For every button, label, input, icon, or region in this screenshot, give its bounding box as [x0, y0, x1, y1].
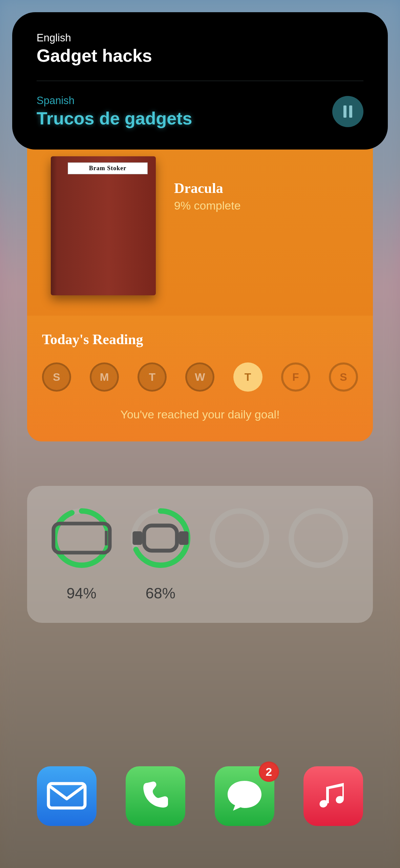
battery-item-watch: 68%: [121, 506, 200, 602]
book-author-label: Bram Stoker: [68, 162, 148, 174]
empty-icon: [287, 506, 350, 570]
phone-icon: [137, 777, 174, 815]
svg-rect-15: [48, 784, 85, 808]
reading-days-row: SMTWTFS: [42, 362, 358, 392]
battery-item-empty: [279, 506, 358, 602]
battery-percent: 94%: [67, 585, 97, 602]
book-progress: 9% complete: [174, 199, 241, 212]
svg-rect-0: [343, 105, 346, 118]
battery-percent: 68%: [146, 585, 175, 602]
svg-rect-1: [349, 105, 352, 118]
svg-rect-4: [53, 524, 110, 553]
translate-target-lang: Spanish: [37, 95, 192, 107]
todays-reading-title: Today's Reading: [42, 331, 358, 348]
reading-day-2: T: [138, 362, 167, 392]
translate-source-lang: English: [37, 32, 363, 44]
watch-icon: [129, 506, 192, 570]
pause-icon: [343, 105, 353, 118]
reading-day-4: T: [233, 362, 262, 392]
reading-day-1: M: [90, 362, 119, 392]
svg-rect-8: [144, 526, 177, 551]
reading-day-0: S: [42, 362, 71, 392]
book-cover: Bram Stoker: [51, 156, 156, 295]
reading-day-6: S: [329, 362, 358, 392]
dock-app-phone[interactable]: [126, 766, 185, 826]
batteries-widget[interactable]: 94% 68%: [27, 486, 373, 623]
reading-day-5: F: [281, 362, 310, 392]
pause-button[interactable]: [332, 96, 363, 127]
battery-item-iphone: 94%: [42, 506, 121, 602]
translate-overlay[interactable]: English Gadget hacks Spanish Trucos de g…: [12, 12, 388, 150]
empty-icon: [208, 506, 271, 570]
translate-target-text: Trucos de gadgets: [37, 108, 192, 129]
reading-goal-message: You've reached your daily goal!: [42, 408, 358, 421]
svg-rect-9: [132, 531, 142, 545]
messages-icon: [224, 777, 265, 815]
music-icon: [315, 777, 352, 815]
reading-day-3: W: [185, 362, 214, 392]
dock-app-mail[interactable]: [37, 766, 97, 826]
iphone-icon: [50, 506, 113, 570]
badge: 2: [259, 762, 279, 782]
translate-source-text: Gadget hacks: [37, 45, 363, 66]
dock-app-music[interactable]: [303, 766, 363, 826]
battery-item-empty: [200, 506, 279, 602]
svg-rect-10: [179, 531, 188, 545]
book-title: Dracula: [174, 180, 241, 196]
dock-app-messages[interactable]: 2: [215, 766, 274, 826]
mail-icon: [46, 780, 87, 812]
translate-divider: [37, 81, 363, 81]
